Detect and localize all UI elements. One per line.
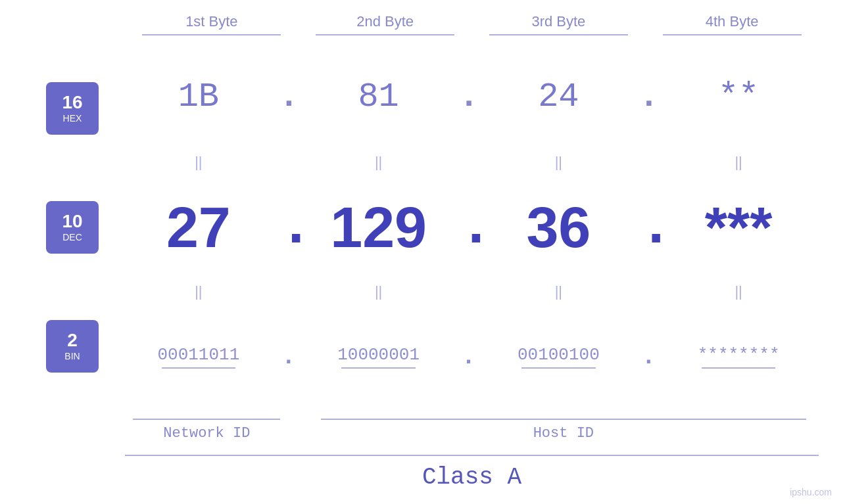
bin-wrapper-3: 00100100 — [518, 345, 600, 369]
byte4-header: 4th Byte — [645, 13, 819, 35]
network-id-label: Network ID — [163, 425, 250, 442]
bin-underline-1 — [162, 367, 235, 369]
byte3-header: 3rd Byte — [472, 13, 646, 35]
hex-badge-number: 16 — [62, 93, 82, 112]
hex-badge-label: HEX — [63, 113, 82, 124]
bin-underline-3 — [521, 367, 595, 369]
hex-value-1: 1B — [178, 78, 219, 116]
dec-cell-2: 129 — [299, 194, 459, 261]
bin-value-2: 10000001 — [337, 345, 420, 365]
bin-row: 00011011 . 10000001 . 00100100 — [118, 302, 819, 412]
byte2-label: 2nd Byte — [356, 13, 414, 30]
class-label: Class A — [125, 464, 819, 491]
byte1-label: 1st Byte — [185, 13, 237, 30]
bin-wrapper-1: 00011011 — [157, 345, 239, 369]
dec-dot-2: . — [459, 195, 479, 260]
dec-badge-label: DEC — [62, 232, 82, 242]
bin-wrapper-2: 10000001 — [337, 345, 420, 369]
equals-row-1: || || || || — [118, 152, 819, 172]
eq2-1: || — [118, 283, 279, 300]
hex-value-3: 24 — [538, 78, 579, 116]
bin-underline-4 — [702, 367, 775, 369]
bin-dot-2: . — [459, 344, 479, 371]
bin-value-4: ******** — [698, 345, 780, 365]
dec-cell-4: *** — [658, 194, 819, 261]
host-id-bracket: Host ID — [308, 419, 819, 442]
class-bracket-line — [125, 455, 819, 456]
main-content: 16 HEX 10 DEC 2 BIN 1B . 81 — [26, 42, 819, 412]
network-id-bracket: Network ID — [125, 419, 289, 442]
dec-cell-1: 27 — [118, 194, 279, 261]
dec-cell-3: 36 — [479, 194, 639, 261]
hex-dot-1: . — [279, 78, 299, 116]
hex-badge: 16 HEX — [46, 82, 99, 135]
values-area: 1B . 81 . 24 . ** || || — [118, 42, 819, 412]
dec-value-4: *** — [705, 194, 773, 261]
dec-value-2: 129 — [330, 194, 427, 261]
byte1-header: 1st Byte — [125, 13, 299, 35]
badges-column: 16 HEX 10 DEC 2 BIN — [26, 42, 118, 412]
dec-value-3: 36 — [526, 194, 591, 261]
eq2-2: || — [299, 283, 459, 300]
bin-wrapper-4: ******** — [698, 345, 780, 369]
bin-badge: 2 BIN — [46, 320, 99, 373]
equals-row-2: || || || || — [118, 282, 819, 302]
byte3-label: 3rd Byte — [531, 13, 585, 30]
bin-cell-1: 00011011 — [118, 345, 279, 369]
hex-dot-2: . — [459, 78, 479, 116]
eq2-3: || — [479, 283, 639, 300]
eq1-2: || — [299, 154, 459, 171]
bracket-row: Network ID Host ID — [125, 419, 819, 442]
bin-underline-2 — [341, 367, 415, 369]
bin-badge-label: BIN — [64, 351, 80, 361]
bin-dot-3: . — [639, 344, 658, 371]
dec-dot-1: . — [279, 195, 299, 260]
header-row: 1st Byte 2nd Byte 3rd Byte 4th Byte — [26, 13, 819, 35]
hex-value-2: 81 — [358, 78, 398, 116]
host-id-label: Host ID — [533, 425, 594, 442]
hex-dot-3: . — [639, 78, 658, 116]
eq1-1: || — [118, 154, 279, 171]
eq1-3: || — [479, 154, 639, 171]
eq1-4: || — [658, 154, 819, 171]
dec-dot-3: . — [639, 195, 658, 260]
bin-badge-number: 2 — [67, 331, 78, 350]
hex-cell-4: ** — [658, 78, 819, 116]
bin-dot-1: . — [279, 344, 299, 371]
network-bracket-line — [133, 419, 280, 420]
dec-badge: 10 DEC — [46, 201, 99, 254]
eq2-4: || — [658, 283, 819, 300]
hex-row: 1B . 81 . 24 . ** — [118, 42, 819, 152]
bin-value-1: 00011011 — [157, 345, 239, 365]
watermark: ipshu.com — [790, 487, 832, 497]
class-row: Class A — [26, 455, 819, 491]
byte2-header: 2nd Byte — [299, 13, 472, 35]
dec-badge-number: 10 — [62, 212, 82, 231]
bin-value-3: 00100100 — [518, 345, 600, 365]
byte4-label: 4th Byte — [706, 13, 759, 30]
bin-cell-4: ******** — [658, 345, 819, 369]
hex-value-4: ** — [718, 78, 759, 116]
dec-value-1: 27 — [166, 194, 231, 261]
bin-cell-2: 10000001 — [299, 345, 459, 369]
hex-cell-1: 1B — [118, 78, 279, 116]
bin-cell-3: 00100100 — [479, 345, 639, 369]
main-container: 1st Byte 2nd Byte 3rd Byte 4th Byte 16 H… — [0, 0, 845, 504]
hex-cell-2: 81 — [299, 78, 459, 116]
hex-cell-3: 24 — [479, 78, 639, 116]
dec-row: 27 . 129 . 36 . *** — [118, 172, 819, 283]
bottom-area: Network ID Host ID — [26, 419, 819, 442]
host-bracket-line — [321, 419, 806, 420]
